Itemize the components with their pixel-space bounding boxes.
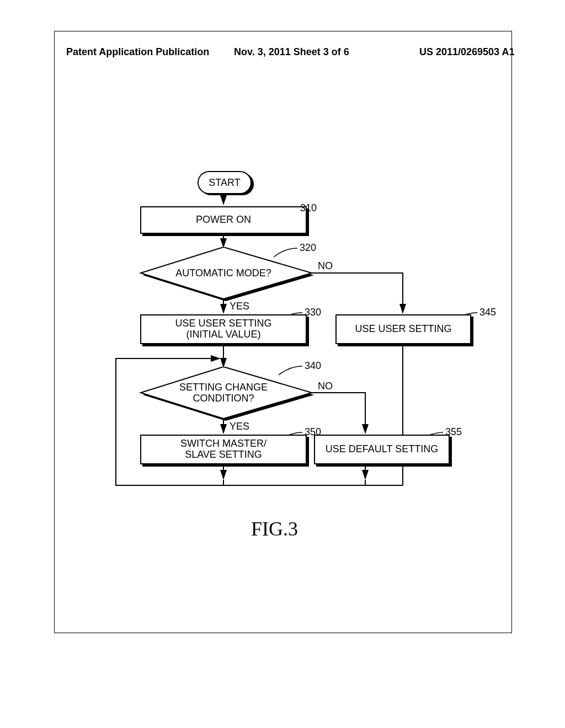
- use-user-initial-l2: (INITIAL VALUE): [186, 329, 260, 340]
- use-user-setting-label: USE USER SETTING: [355, 324, 451, 335]
- switch-l2: SLAVE SETTING: [185, 449, 262, 461]
- ref-345: 345: [479, 307, 496, 318]
- label-no-320: NO: [318, 260, 333, 272]
- setting-change-l1: SETTING CHANGE: [179, 382, 268, 393]
- step-switch-master-slave: SWITCH MASTER/ SLAVE SETTING: [140, 435, 307, 464]
- ref-340: 340: [305, 360, 321, 372]
- use-default-label: USE DEFAULT SETTING: [326, 444, 438, 455]
- decision-auto-mode: AUTOMATIC MODE?: [138, 247, 309, 299]
- figure-label: FIG.3: [251, 517, 298, 540]
- step-power-on: POWER ON: [140, 206, 307, 234]
- power-on-label: POWER ON: [196, 215, 251, 226]
- start-label: START: [209, 177, 240, 188]
- setting-change-l2: CONDITION?: [193, 393, 254, 404]
- step-use-user-setting: USE USER SETTING: [335, 314, 471, 344]
- decision-setting-change: SETTING CHANGE CONDITION?: [138, 367, 309, 419]
- auto-mode-label: AUTOMATIC MODE?: [175, 267, 271, 279]
- flow-start: START: [198, 171, 252, 194]
- ref-320: 320: [300, 242, 316, 254]
- ref-330: 330: [305, 307, 321, 318]
- step-use-user-initial: USE USER SETTING (INITIAL VALUE): [140, 314, 307, 344]
- ref-350: 350: [305, 426, 321, 438]
- ref-355: 355: [445, 426, 462, 438]
- label-no-340: NO: [318, 381, 333, 392]
- ref-310: 310: [300, 202, 317, 214]
- switch-l1: SWITCH MASTER/: [180, 438, 266, 449]
- label-yes-320: YES: [230, 301, 249, 312]
- flowchart-connectors: [0, 0, 565, 728]
- label-yes-340: YES: [230, 421, 249, 432]
- use-user-initial-l1: USE USER SETTING: [175, 318, 271, 329]
- step-use-default: USE DEFAULT SETTING: [314, 435, 450, 464]
